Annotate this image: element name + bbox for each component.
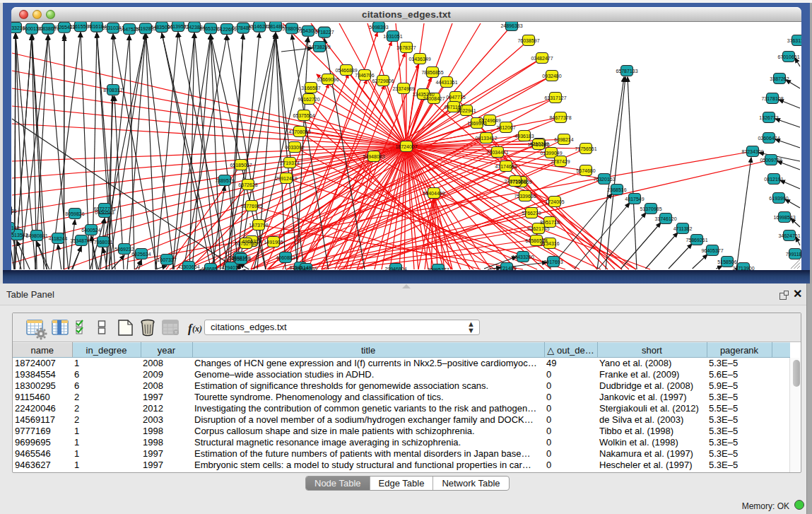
svg-text:0947775: 0947775: [446, 95, 465, 100]
svg-text:68727743: 68727743: [93, 206, 115, 211]
svg-text:58404499: 58404499: [423, 191, 445, 196]
svg-text:4060883: 4060883: [276, 255, 295, 260]
svg-text:7889579: 7889579: [215, 178, 234, 183]
svg-text:84980841: 84980841: [25, 233, 47, 238]
svg-text:34738299: 34738299: [308, 45, 330, 49]
svg-text:2812067: 2812067: [496, 125, 515, 130]
svg-text:37631165: 37631165: [787, 38, 801, 43]
svg-text:1607337: 1607337: [157, 257, 176, 262]
svg-text:3166587: 3166587: [301, 86, 320, 90]
svg-text:98776945: 98776945: [240, 204, 262, 209]
svg-text:4294019: 4294019: [221, 265, 240, 270]
svg-text:54948083: 54948083: [363, 154, 384, 159]
svg-text:23374989: 23374989: [392, 86, 414, 91]
svg-text:87234309: 87234309: [741, 149, 763, 154]
svg-text:8721489: 8721489: [497, 266, 516, 271]
svg-text:0033092: 0033092: [285, 145, 304, 150]
svg-text:62729806: 62729806: [372, 78, 394, 83]
svg-text:0812191: 0812191: [764, 177, 783, 182]
svg-text:36995777: 36995777: [427, 267, 449, 271]
svg-text:7868011: 7868011: [94, 240, 113, 245]
svg-text:5869232: 5869232: [114, 247, 134, 252]
svg-text:6193990: 6193990: [769, 196, 788, 201]
svg-text:16998543: 16998543: [773, 215, 795, 220]
svg-text:41708053: 41708053: [288, 129, 310, 134]
svg-text:4118244: 4118244: [49, 236, 68, 241]
svg-text:6398214: 6398214: [554, 137, 573, 142]
svg-text:67010651: 67010651: [777, 54, 799, 59]
svg-text:76038597: 76038597: [517, 38, 539, 43]
svg-text:03482477: 03482477: [531, 56, 553, 61]
svg-text:4556238: 4556238: [231, 257, 250, 262]
svg-text:90162720: 90162720: [298, 97, 319, 102]
svg-text:05009788: 05009788: [760, 158, 782, 163]
svg-text:87347143: 87347143: [11, 226, 20, 230]
svg-text:8951718: 8951718: [540, 220, 559, 225]
svg-text:29912419: 29912419: [275, 176, 297, 181]
svg-text:9022941: 9022941: [457, 108, 476, 113]
svg-text:6400524: 6400524: [81, 228, 100, 233]
svg-text:61317127: 61317127: [544, 95, 566, 100]
svg-text:8059826: 8059826: [65, 211, 84, 216]
svg-text:15451680: 15451680: [527, 142, 549, 147]
svg-text:65375564: 65375564: [293, 113, 314, 118]
svg-text:8708317: 8708317: [103, 88, 122, 93]
svg-text:1031051: 1031051: [383, 34, 402, 39]
svg-text:2368516: 2368516: [607, 187, 626, 192]
svg-text:31746120: 31746120: [654, 216, 676, 221]
svg-text:03669096: 03669096: [317, 77, 339, 82]
svg-text:75869261: 75869261: [686, 238, 707, 243]
svg-text:65648236: 65648236: [295, 267, 317, 271]
svg-text:47174648: 47174648: [495, 164, 517, 169]
svg-text:01399049: 01399049: [540, 151, 562, 156]
svg-text:1724005: 1724005: [545, 199, 564, 204]
svg-text:74034471: 74034471: [486, 150, 508, 155]
svg-text:84677378: 84677378: [549, 115, 571, 120]
svg-text:78856855: 78856855: [421, 70, 443, 75]
svg-text:09133412: 09133412: [475, 136, 497, 141]
svg-text:05466889: 05466889: [335, 68, 357, 73]
svg-text:4817549: 4817549: [625, 197, 644, 201]
svg-text:1326773: 1326773: [759, 115, 778, 120]
svg-text:4586850: 4586850: [201, 267, 220, 271]
svg-text:65185067: 65185067: [230, 163, 252, 168]
svg-text:27875588: 27875588: [504, 179, 526, 184]
svg-text:2787429: 2787429: [551, 159, 570, 164]
svg-text:6025634: 6025634: [131, 252, 151, 257]
svg-text:35348740: 35348740: [70, 238, 92, 243]
svg-text:3387262: 3387262: [770, 76, 789, 81]
svg-text:0932480: 0932480: [542, 74, 561, 78]
svg-text:4936183: 4936183: [514, 134, 534, 139]
svg-text:(x): (x): [192, 324, 202, 334]
svg-text:1491905: 1491905: [264, 240, 283, 245]
svg-text:1473799: 1473799: [249, 223, 268, 228]
svg-text:4711382: 4711382: [673, 226, 693, 231]
svg-text:5098393: 5098393: [369, 25, 388, 30]
svg-text:2719374: 2719374: [280, 160, 299, 165]
svg-text:5158506: 5158506: [717, 259, 736, 264]
svg-text:67749649: 67749649: [478, 118, 500, 123]
svg-text:50752735: 50752735: [235, 241, 257, 246]
svg-text:34624751: 34624751: [778, 233, 800, 238]
svg-text:02621745: 02621745: [527, 226, 549, 231]
svg-text:44431351: 44431351: [435, 80, 457, 85]
svg-text:7991183: 7991183: [786, 252, 801, 257]
svg-text:9134316: 9134316: [540, 241, 559, 246]
svg-text:24008427: 24008427: [423, 96, 445, 101]
svg-text:5766270: 5766270: [522, 211, 541, 216]
svg-text:75339636: 75339636: [514, 194, 536, 199]
svg-text:7917693: 7917693: [543, 259, 563, 264]
svg-text:73178108: 73178108: [761, 96, 783, 101]
svg-text:5674680: 5674680: [576, 168, 595, 173]
svg-text:76320163: 76320163: [593, 177, 615, 182]
svg-text:96405377: 96405377: [701, 248, 723, 253]
svg-text:51370985: 51370985: [640, 206, 661, 211]
svg-text:3678377: 3678377: [396, 45, 416, 50]
svg-text:01436349: 01436349: [408, 57, 430, 62]
svg-text:71756551: 71756551: [575, 146, 596, 151]
svg-text:13433200: 13433200: [512, 255, 534, 259]
svg-text:7346706: 7346706: [355, 73, 374, 78]
svg-text:6572628: 6572628: [238, 182, 257, 187]
svg-text:29946804: 29946804: [384, 267, 406, 271]
svg-text:24896383: 24896383: [500, 23, 522, 28]
